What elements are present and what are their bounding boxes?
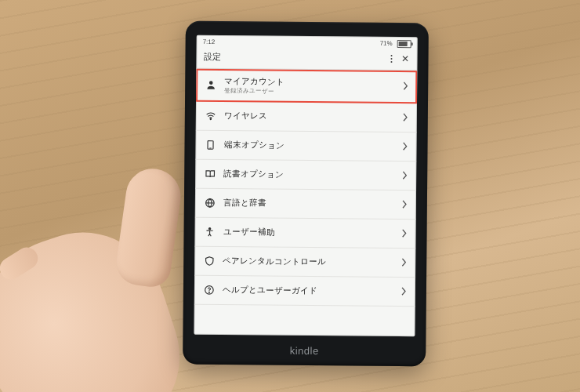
settings-row-device-options[interactable]: 端末オプション: [195, 130, 416, 161]
svg-point-7: [208, 292, 209, 292]
settings-row-help[interactable]: ヘルプとユーザーガイド: [194, 275, 415, 306]
settings-row-my-account[interactable]: マイアカウント 登録済みユーザー: [196, 69, 417, 103]
settings-label: マイアカウント: [224, 76, 395, 87]
svg-point-5: [208, 227, 210, 229]
settings-row-wireless[interactable]: ワイヤレス: [196, 101, 417, 132]
chevron-right-icon: [403, 79, 408, 93]
chevron-right-icon: [401, 285, 407, 299]
more-menu-icon[interactable]: [390, 54, 392, 62]
settings-row-language-dictionaries[interactable]: 言語と辞書: [195, 188, 416, 219]
settings-sublabel: 登録済みユーザー: [224, 87, 395, 96]
battery-percent: 71%: [380, 40, 393, 47]
help-icon: [203, 284, 215, 296]
settings-row-parental-controls[interactable]: ペアレンタルコントロール: [194, 246, 415, 277]
svg-point-1: [210, 118, 211, 119]
close-icon[interactable]: ✕: [401, 54, 409, 64]
status-time: 7:12: [203, 38, 216, 45]
settings-label: 言語と辞書: [223, 198, 394, 209]
settings-label: 端末オプション: [223, 140, 394, 151]
settings-row-reading-options[interactable]: 読書オプション: [195, 159, 416, 190]
chevron-right-icon: [402, 140, 408, 154]
settings-label: ペアレンタルコントロール: [223, 256, 393, 267]
chevron-right-icon: [402, 198, 408, 212]
battery-icon: [396, 39, 411, 47]
settings-label: ワイヤレス: [224, 111, 395, 122]
device-icon: [204, 139, 216, 151]
header-bar: 設定 ✕: [196, 49, 417, 71]
user-icon: [205, 79, 216, 91]
device-brand: kindle: [183, 344, 426, 358]
book-icon: [204, 168, 216, 180]
chevron-right-icon: [401, 227, 407, 241]
settings-label: 読書オプション: [223, 169, 394, 180]
device-screen: 7:12 71% 設定 ✕ マイアカウント 登録: [194, 35, 417, 336]
chevron-right-icon: [401, 256, 407, 270]
settings-label: ヘルプとユーザーガイド: [223, 285, 393, 296]
chevron-right-icon: [403, 111, 408, 125]
globe-icon: [204, 197, 216, 209]
svg-point-0: [208, 82, 212, 85]
page-title: 設定: [204, 51, 221, 63]
settings-row-accessibility[interactable]: ユーザー補助: [194, 217, 415, 248]
settings-list: マイアカウント 登録済みユーザー ワイヤレス 端末オプション: [194, 69, 418, 307]
settings-label: ユーザー補助: [223, 227, 394, 238]
accessibility-icon: [204, 226, 216, 238]
shield-icon: [203, 255, 215, 267]
kindle-device: 7:12 71% 設定 ✕ マイアカウント 登録: [183, 21, 429, 367]
chevron-right-icon: [402, 169, 408, 183]
wifi-icon: [205, 110, 216, 122]
